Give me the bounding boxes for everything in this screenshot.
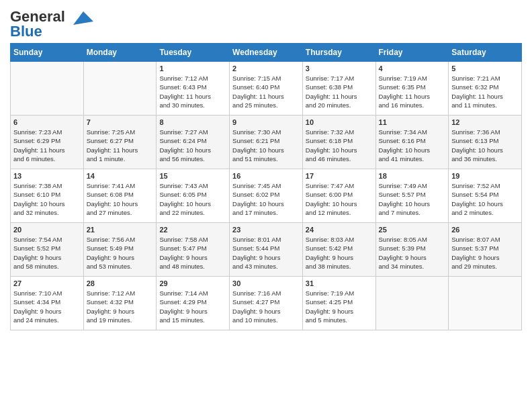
day-number: 23 [232,226,300,234]
weekday-header-monday: Monday [83,44,157,62]
calendar-cell [83,62,157,116]
calendar-cell: 16Sunrise: 7:45 AMSunset: 6:02 PMDayligh… [230,169,303,223]
calendar-cell: 11Sunrise: 7:34 AMSunset: 6:16 PMDayligh… [375,116,449,169]
day-number: 6 [13,118,81,126]
day-number: 5 [451,64,519,73]
weekday-header-tuesday: Tuesday [157,44,230,62]
cell-content: Sunrise: 7:12 AMSunset: 6:43 PMDaylight:… [159,74,226,109]
day-number: 7 [87,118,154,126]
day-number: 16 [232,172,300,180]
cell-content: Sunrise: 7:47 AMSunset: 6:00 PMDaylight:… [306,181,373,217]
page-header: GeneralBlue [10,7,522,39]
day-number: 9 [232,118,300,126]
cell-content: Sunrise: 7:19 AMSunset: 6:35 PMDaylight:… [379,74,446,109]
cell-content: Sunrise: 7:15 AMSunset: 6:40 PMDaylight:… [232,74,300,109]
calendar-cell: 21Sunrise: 7:56 AMSunset: 5:49 PMDayligh… [83,223,157,277]
svg-marker-0 [73,11,93,25]
logo-icon [66,8,93,28]
calendar-cell: 18Sunrise: 7:49 AMSunset: 5:57 PMDayligh… [375,169,449,223]
calendar-cell [375,277,449,330]
calendar-cell: 1Sunrise: 7:12 AMSunset: 6:43 PMDaylight… [157,62,230,116]
cell-content: Sunrise: 7:36 AMSunset: 6:13 PMDaylight:… [451,128,519,163]
calendar-week-row: 27Sunrise: 7:10 AMSunset: 4:34 PMDayligh… [11,277,522,330]
day-number: 25 [379,226,446,234]
day-number: 22 [159,226,226,234]
cell-content: Sunrise: 7:49 AMSunset: 5:57 PMDaylight:… [379,181,446,217]
cell-content: Sunrise: 7:17 AMSunset: 6:38 PMDaylight:… [306,74,373,109]
day-number: 21 [87,226,154,234]
calendar-week-row: 1Sunrise: 7:12 AMSunset: 6:43 PMDaylight… [11,62,522,116]
cell-content: Sunrise: 7:32 AMSunset: 6:18 PMDaylight:… [306,128,373,163]
day-number: 2 [232,64,300,73]
day-number: 14 [87,172,154,180]
calendar-cell: 5Sunrise: 7:21 AMSunset: 6:32 PMDaylight… [449,62,522,116]
day-number: 24 [306,226,373,234]
cell-content: Sunrise: 7:12 AMSunset: 4:32 PMDaylight:… [87,289,154,324]
cell-content: Sunrise: 8:07 AMSunset: 5:37 PMDaylight:… [451,235,519,271]
calendar-cell: 2Sunrise: 7:15 AMSunset: 6:40 PMDaylight… [230,62,303,116]
day-number: 18 [379,172,446,180]
cell-content: Sunrise: 7:27 AMSunset: 6:24 PMDaylight:… [159,128,226,163]
cell-content: Sunrise: 7:38 AMSunset: 6:10 PMDaylight:… [13,181,81,217]
cell-content: Sunrise: 8:05 AMSunset: 5:39 PMDaylight:… [379,235,446,271]
cell-content: Sunrise: 7:45 AMSunset: 6:02 PMDaylight:… [232,181,300,217]
cell-content: Sunrise: 7:41 AMSunset: 6:08 PMDaylight:… [87,181,154,217]
calendar-cell: 25Sunrise: 8:05 AMSunset: 5:39 PMDayligh… [375,223,449,277]
day-number: 27 [13,279,81,287]
calendar-table: SundayMondayTuesdayWednesdayThursdayFrid… [10,43,522,330]
cell-content: Sunrise: 7:54 AMSunset: 5:52 PMDaylight:… [13,235,81,271]
cell-content: Sunrise: 7:58 AMSunset: 5:47 PMDaylight:… [159,235,226,271]
day-number: 8 [159,118,226,126]
calendar-cell: 3Sunrise: 7:17 AMSunset: 6:38 PMDaylight… [302,62,375,116]
calendar-week-row: 6Sunrise: 7:23 AMSunset: 6:29 PMDaylight… [11,116,522,169]
calendar-week-row: 20Sunrise: 7:54 AMSunset: 5:52 PMDayligh… [11,223,522,277]
day-number: 10 [306,118,373,126]
calendar-cell: 23Sunrise: 8:01 AMSunset: 5:44 PMDayligh… [230,223,303,277]
cell-content: Sunrise: 7:19 AMSunset: 4:25 PMDaylight:… [306,289,373,324]
cell-content: Sunrise: 7:23 AMSunset: 6:29 PMDaylight:… [13,128,81,163]
day-number: 12 [451,118,519,126]
calendar-cell: 31Sunrise: 7:19 AMSunset: 4:25 PMDayligh… [302,277,375,330]
weekday-header-sunday: Sunday [11,44,84,62]
cell-content: Sunrise: 7:25 AMSunset: 6:27 PMDaylight:… [87,128,154,163]
day-number: 28 [87,279,154,287]
cell-content: Sunrise: 7:30 AMSunset: 6:21 PMDaylight:… [232,128,300,163]
logo-text: GeneralBlue [10,9,65,39]
day-number: 29 [159,279,226,287]
calendar-cell: 20Sunrise: 7:54 AMSunset: 5:52 PMDayligh… [11,223,84,277]
cell-content: Sunrise: 7:14 AMSunset: 4:29 PMDaylight:… [159,289,226,324]
day-number: 26 [451,226,519,234]
calendar-cell: 14Sunrise: 7:41 AMSunset: 6:08 PMDayligh… [83,169,157,223]
cell-content: Sunrise: 7:21 AMSunset: 6:32 PMDaylight:… [451,74,519,109]
calendar-cell: 28Sunrise: 7:12 AMSunset: 4:32 PMDayligh… [83,277,157,330]
calendar-cell: 27Sunrise: 7:10 AMSunset: 4:34 PMDayligh… [11,277,84,330]
calendar-cell: 9Sunrise: 7:30 AMSunset: 6:21 PMDaylight… [230,116,303,169]
day-number: 20 [13,226,81,234]
weekday-header-saturday: Saturday [449,44,522,62]
calendar-cell: 7Sunrise: 7:25 AMSunset: 6:27 PMDaylight… [83,116,157,169]
weekday-header-thursday: Thursday [302,44,375,62]
calendar-cell: 24Sunrise: 8:03 AMSunset: 5:42 PMDayligh… [302,223,375,277]
calendar-cell [449,277,522,330]
cell-content: Sunrise: 7:10 AMSunset: 4:34 PMDaylight:… [13,289,81,324]
cell-content: Sunrise: 7:56 AMSunset: 5:49 PMDaylight:… [87,235,154,271]
day-number: 4 [379,64,446,73]
day-number: 3 [306,64,373,73]
calendar-cell: 15Sunrise: 7:43 AMSunset: 6:05 PMDayligh… [157,169,230,223]
calendar-cell: 30Sunrise: 7:16 AMSunset: 4:27 PMDayligh… [230,277,303,330]
calendar-cell: 12Sunrise: 7:36 AMSunset: 6:13 PMDayligh… [449,116,522,169]
cell-content: Sunrise: 7:34 AMSunset: 6:16 PMDaylight:… [379,128,446,163]
calendar-cell: 17Sunrise: 7:47 AMSunset: 6:00 PMDayligh… [302,169,375,223]
calendar-cell [11,62,84,116]
calendar-cell: 29Sunrise: 7:14 AMSunset: 4:29 PMDayligh… [157,277,230,330]
calendar-cell: 4Sunrise: 7:19 AMSunset: 6:35 PMDaylight… [375,62,449,116]
weekday-header-wednesday: Wednesday [230,44,303,62]
cell-content: Sunrise: 8:03 AMSunset: 5:42 PMDaylight:… [306,235,373,271]
cell-content: Sunrise: 7:16 AMSunset: 4:27 PMDaylight:… [232,289,300,324]
calendar-cell: 22Sunrise: 7:58 AMSunset: 5:47 PMDayligh… [157,223,230,277]
logo: GeneralBlue [10,7,93,39]
day-number: 31 [306,279,373,287]
calendar-cell: 26Sunrise: 8:07 AMSunset: 5:37 PMDayligh… [449,223,522,277]
calendar-cell: 8Sunrise: 7:27 AMSunset: 6:24 PMDaylight… [157,116,230,169]
day-number: 17 [306,172,373,180]
